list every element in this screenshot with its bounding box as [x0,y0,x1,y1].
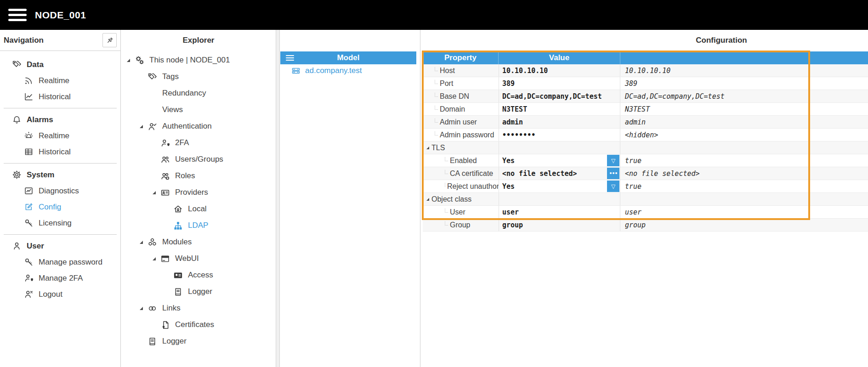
config-row-admin-user[interactable]: Admin user admin admin [423,116,868,129]
tree-item-views[interactable]: Views [121,102,276,118]
hierarchy-icon [173,221,185,231]
user-check-icon [148,122,159,131]
column-header-property: Property [423,51,499,64]
config-row-host[interactable]: Host 10.10.10.10 10.10.10.10 [423,64,868,77]
id-card-filled-icon [173,271,185,280]
tree-item-logger[interactable]: Logger [121,283,276,300]
modules-icon [148,237,159,247]
user-shield-icon [24,273,35,283]
value-text: Yes [502,157,515,165]
config-row-user[interactable]: User user user [423,206,868,219]
tree-item-redundancy[interactable]: Redundancy [121,85,276,102]
tree-item-links[interactable]: Links [121,300,276,316]
nav-section-header-data[interactable]: Data [0,56,120,73]
config-row-tls[interactable]: TLS [423,141,868,154]
config-row-domain[interactable]: Domain N3TEST N3TEST [423,103,868,116]
nav-section-items: Diagnostics Config Licensing [0,183,120,231]
siren-icon [24,131,35,141]
model-item-ad-company-test[interactable]: ad.company.test [280,64,416,77]
model-menu-icon[interactable] [286,55,294,61]
property-label: Admin user [440,118,477,126]
tree-item-modules[interactable]: Modules [121,234,276,250]
nav-item-label: Historical [39,92,71,102]
tree-item-access[interactable]: Access [121,267,276,283]
nav-item-manage-2fa[interactable]: Manage 2FA [0,270,120,286]
tree-item-authentication[interactable]: Authentication [121,118,276,135]
signal-icon [24,76,35,85]
config-row-base-dn[interactable]: Base DN DC=ad,DC=company,DC=test DC=ad,D… [423,90,868,103]
logger-icon [173,287,185,297]
value-text: Yes [502,182,515,191]
certificate-icon [160,320,172,330]
config-row-group[interactable]: Group group group [423,219,868,231]
tree-connector [435,119,438,123]
value-text: user [502,208,519,216]
group-expand-arrow[interactable] [426,198,429,201]
config-row-port[interactable]: Port 389 389 [423,77,868,90]
user-icon [12,241,23,251]
tree-item-this-node-node-001[interactable]: This node | NODE_001 [121,52,276,68]
tree-item-certificates[interactable]: Certificates [121,316,276,333]
menu-icon[interactable] [8,9,27,21]
tree-item-roles[interactable]: Roles [121,168,276,184]
nav-item-licensing[interactable]: Licensing [0,215,120,231]
app-title: NODE_001 [35,10,86,21]
config-row-admin-password[interactable]: Admin password •••••••• <hidden> [423,129,868,141]
config-row-reject-unauthorized[interactable]: Reject unauthorized Yes▽ true [423,180,868,193]
tree-expand-arrow[interactable] [140,241,148,244]
nav-section-label: System [27,170,54,180]
current-value-text: <no file selected> [625,169,700,178]
group-expand-arrow[interactable] [426,147,429,149]
config-row-object-class[interactable]: Object class [423,193,868,206]
nav-item-realtime[interactable]: Realtime [0,128,120,144]
tree-item-2fa[interactable]: 2FA [121,135,276,151]
nav-item-diagnostics[interactable]: Diagnostics [0,183,120,199]
nav-item-historical[interactable]: Historical [0,89,120,105]
tree-item-logger[interactable]: Logger [121,333,276,350]
tree-expand-arrow[interactable] [153,191,160,194]
nav-item-realtime[interactable]: Realtime [0,73,120,89]
tree-item-ldap[interactable]: LDAP [121,217,276,234]
nav-section-data: Data Realtime Historical [0,56,120,105]
tree-expand-arrow[interactable] [153,257,160,260]
tree-connector [435,93,438,97]
nav-section-header-system[interactable]: System [0,167,120,183]
pin-button[interactable] [102,33,117,47]
current-value-text: user [625,208,641,216]
configuration-panel: Configuration Property Value Host 10.10.… [420,30,868,367]
nav-item-manage-password[interactable]: Manage password [0,254,120,270]
tree-item-webui[interactable]: WebUI [121,250,276,267]
tree-item-local[interactable]: Local [121,201,276,217]
dropdown-button[interactable]: ▽ [607,181,619,192]
nav-section-items: Realtime Historical [0,73,120,105]
explorer-tree: This node | NODE_001 Tags Redundancy Vie… [121,51,276,350]
nav-section-divider [4,108,117,108]
nav-item-historical[interactable]: Historical [0,144,120,160]
panel-splitter[interactable] [276,30,280,367]
current-value-text: 10.10.10.10 [625,67,670,75]
nav-item-config[interactable]: Config [0,199,120,215]
tree-item-users-groups[interactable]: Users/Groups [121,151,276,168]
nav-section-label: User [27,242,44,251]
config-row-ca-certificate[interactable]: CA certificate <no file selected>••• <no… [423,167,868,180]
nav-section-user: User Manage password Manage 2FA Logout [0,238,120,302]
tree-connector [445,183,445,187]
property-label: Admin password [440,131,494,139]
browse-file-button[interactable]: ••• [607,168,619,179]
tree-expand-arrow[interactable] [140,125,148,128]
config-row-enabled[interactable]: Enabled Yes▽ true [423,154,868,167]
gears-icon [135,55,146,65]
nav-section-header-user[interactable]: User [0,238,120,254]
tree-item-tags[interactable]: Tags [121,68,276,85]
nav-item-logout[interactable]: Logout [0,286,120,302]
home-user-icon [173,204,185,214]
dropdown-button[interactable]: ▽ [607,155,619,166]
nav-section-header-alarms[interactable]: Alarms [0,112,120,128]
tree-expand-arrow[interactable] [140,307,148,310]
tree-expand-arrow[interactable] [127,59,135,62]
chart-box-icon [24,186,35,196]
nav-section-alarms: Alarms Realtime Historical [0,112,120,160]
explorer-header: Explorer [121,30,276,51]
key-icon [24,218,35,228]
tree-item-providers[interactable]: Providers [121,184,276,201]
